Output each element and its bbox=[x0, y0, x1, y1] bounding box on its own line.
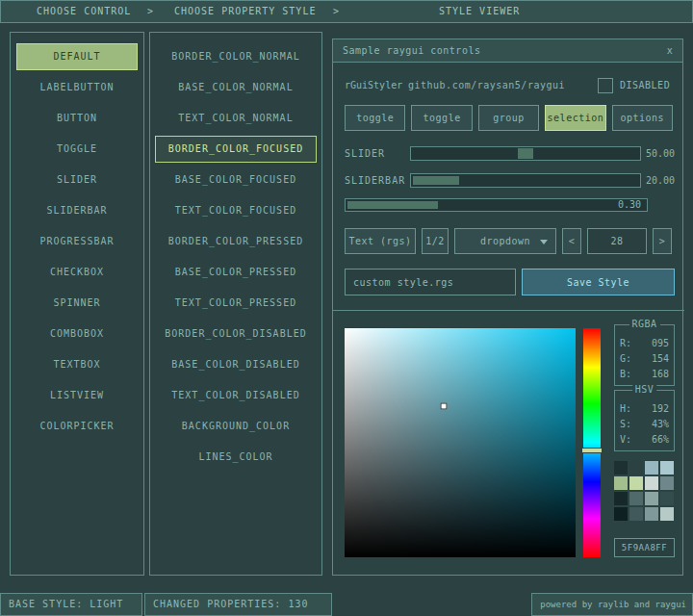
palette-swatch[interactable] bbox=[629, 476, 643, 490]
section-divider bbox=[333, 310, 684, 311]
g-value: 154 bbox=[652, 351, 669, 367]
progressbar-fill bbox=[347, 201, 438, 209]
property-list-item[interactable]: TEXT_COLOR_FOCUSED bbox=[155, 197, 317, 224]
control-list-item-progressbar[interactable]: PROGRESSBAR bbox=[16, 228, 138, 255]
window-titlebar: Sample raygui controls x bbox=[333, 39, 682, 63]
g-label: G: bbox=[620, 351, 631, 367]
property-list-item[interactable]: BASE_COLOR_NORMAL bbox=[155, 74, 317, 101]
property-list-item[interactable]: BACKGROUND_COLOR bbox=[155, 413, 317, 440]
toggle-button-2[interactable]: toggle bbox=[411, 105, 472, 131]
control-list-item-button[interactable]: BUTTON bbox=[16, 105, 138, 132]
b-value: 168 bbox=[652, 367, 669, 382]
progressbar: 0.30 bbox=[345, 198, 648, 212]
property-list-item[interactable]: TEXT_COLOR_NORMAL bbox=[155, 105, 317, 132]
v-label: V: bbox=[620, 432, 631, 448]
toggle-button-options[interactable]: options bbox=[612, 105, 673, 131]
toggle-button-group[interactable]: group bbox=[478, 105, 539, 131]
hsv-row-h: H: 192 bbox=[615, 401, 674, 417]
misc-controls-row: Text (rgs) 1/2 dropdown < 28 > bbox=[345, 228, 673, 254]
palette-swatch[interactable] bbox=[614, 476, 628, 490]
rgba-group-title: RGBA bbox=[629, 319, 659, 329]
text-rgs-button[interactable]: Text (rgs) bbox=[345, 228, 416, 254]
breadcrumb-separator: > bbox=[147, 1, 154, 22]
s-value: 43% bbox=[652, 417, 669, 432]
control-list-item-toggle[interactable]: TOGGLE bbox=[16, 136, 138, 163]
palette-swatch[interactable] bbox=[645, 461, 658, 475]
property-list-item-selected[interactable]: BORDER_COLOR_FOCUSED bbox=[155, 136, 317, 163]
palette-swatch[interactable] bbox=[629, 507, 643, 521]
palette-swatch[interactable] bbox=[645, 476, 658, 490]
rgba-row-r: R: 095 bbox=[615, 336, 674, 351]
save-style-button[interactable]: Save Style bbox=[522, 269, 675, 295]
disabled-label: DISABLED bbox=[620, 80, 670, 90]
sliderbar-label: SLIDERBAR bbox=[345, 175, 405, 186]
filename-input[interactable] bbox=[345, 269, 516, 295]
palette-swatch[interactable] bbox=[629, 492, 643, 505]
slider[interactable] bbox=[410, 146, 641, 161]
palette-swatch[interactable] bbox=[660, 507, 674, 521]
spinner-value-box[interactable]: 28 bbox=[587, 228, 647, 254]
color-picker-cursor[interactable] bbox=[441, 402, 448, 409]
hsv-row-s: S: 43% bbox=[615, 417, 674, 432]
property-list-item[interactable]: BORDER_COLOR_DISABLED bbox=[155, 321, 317, 347]
property-list-item[interactable]: BASE_COLOR_PRESSED bbox=[155, 259, 317, 286]
sliderbar[interactable] bbox=[410, 173, 641, 188]
toggle-group-row: toggle toggle group selection options bbox=[345, 105, 673, 131]
control-list-item-slider[interactable]: SLIDER bbox=[16, 167, 138, 193]
close-icon[interactable]: x bbox=[661, 42, 679, 60]
hue-slider[interactable] bbox=[583, 328, 601, 557]
hue-slider-handle[interactable] bbox=[581, 448, 603, 453]
spinner-decrement-button[interactable]: < bbox=[562, 228, 581, 254]
palette-swatch[interactable] bbox=[660, 476, 674, 490]
slider-handle[interactable] bbox=[518, 148, 533, 159]
palette-swatch[interactable] bbox=[645, 492, 658, 505]
control-list-item-labelbutton[interactable]: LABELBUTTON bbox=[16, 74, 138, 101]
chevron-down-icon bbox=[540, 240, 548, 248]
status-changed-properties: CHANGED PROPERTIES: 130 bbox=[144, 593, 332, 616]
property-list-item[interactable]: BASE_COLOR_DISABLED bbox=[155, 351, 317, 378]
rgba-row-g: G: 154 bbox=[615, 351, 674, 367]
palette-swatch[interactable] bbox=[660, 461, 674, 475]
spinner-increment-button[interactable]: > bbox=[653, 228, 672, 254]
toggle-button-1[interactable]: toggle bbox=[345, 105, 405, 131]
property-list-item[interactable]: TEXT_COLOR_DISABLED bbox=[155, 382, 317, 409]
control-list-item-checkbox[interactable]: CHECKBOX bbox=[16, 259, 138, 286]
property-list-item[interactable]: LINES_COLOR bbox=[155, 444, 317, 471]
b-label: B: bbox=[620, 367, 631, 382]
status-powered-by: powered by raylib and raygui bbox=[531, 593, 693, 616]
dropdown-select[interactable]: dropdown bbox=[454, 228, 556, 254]
color-picker-gradient[interactable] bbox=[345, 328, 576, 557]
palette-swatch[interactable] bbox=[660, 492, 674, 505]
property-list-item[interactable]: BORDER_COLOR_NORMAL bbox=[155, 43, 317, 70]
style-viewer-window: Sample raygui controls x rGuiStyler gith… bbox=[332, 38, 683, 576]
disabled-checkbox[interactable] bbox=[598, 78, 613, 93]
hex-color-input[interactable]: 5F9AA8FF bbox=[614, 538, 675, 557]
palette-swatch[interactable] bbox=[629, 461, 643, 475]
styler-label: rGuiStyler bbox=[345, 80, 402, 90]
dropdown-label: dropdown bbox=[480, 236, 530, 246]
repo-label: github.com/raysan5/raygui bbox=[408, 80, 565, 90]
half-button[interactable]: 1/2 bbox=[422, 228, 449, 254]
control-list-item-sliderbar[interactable]: SLIDERBAR bbox=[16, 197, 138, 224]
palette-swatch[interactable] bbox=[645, 507, 658, 521]
property-list-item[interactable]: TEXT_COLOR_PRESSED bbox=[155, 290, 317, 317]
h-label: H: bbox=[620, 401, 631, 417]
sliderbar-value: 20.00 bbox=[646, 175, 675, 186]
r-value: 095 bbox=[652, 336, 669, 351]
control-list-item-spinner[interactable]: SPINNER bbox=[16, 290, 138, 317]
v-value: 66% bbox=[652, 432, 669, 448]
palette-swatch[interactable] bbox=[614, 492, 628, 505]
palette-swatch[interactable] bbox=[614, 461, 628, 475]
property-list-item[interactable]: BORDER_COLOR_PRESSED bbox=[155, 228, 317, 255]
rgba-row-b: B: 168 bbox=[615, 367, 674, 382]
palette-swatch[interactable] bbox=[614, 507, 628, 521]
control-list-item-default[interactable]: DEFAULT bbox=[16, 43, 138, 70]
property-list-item[interactable]: BASE_COLOR_FOCUSED bbox=[155, 167, 317, 193]
breadcrumb-choose-control: CHOOSE CONTROL bbox=[37, 1, 131, 22]
control-list-item-colorpicker[interactable]: COLORPICKER bbox=[16, 413, 138, 440]
s-label: S: bbox=[620, 417, 631, 432]
control-list-item-listview[interactable]: LISTVIEW bbox=[16, 382, 138, 409]
toggle-button-selection-active[interactable]: selection bbox=[545, 105, 605, 131]
control-list-item-combobox[interactable]: COMBOBOX bbox=[16, 321, 138, 347]
control-list-item-textbox[interactable]: TEXTBOX bbox=[16, 351, 138, 378]
